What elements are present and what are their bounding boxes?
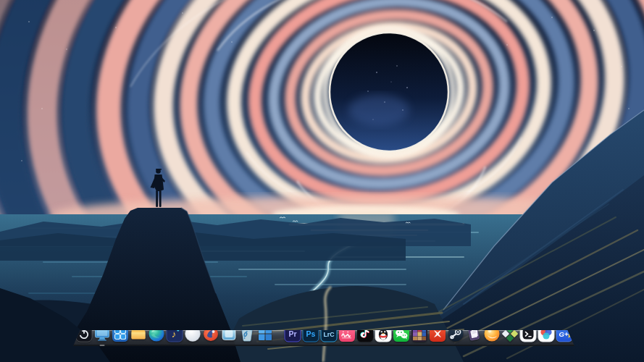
svg-text:Ps: Ps [306,329,315,338]
wallpaper [0,0,644,362]
svg-text:Pr: Pr [288,329,296,338]
desktop: ♪ [0,0,644,362]
svg-text:G+: G+ [559,330,568,338]
svg-text:♪: ♪ [171,329,176,340]
running-indicator [99,345,104,346]
svg-text:LrC: LrC [323,331,335,338]
dock: ♪ [73,330,574,346]
